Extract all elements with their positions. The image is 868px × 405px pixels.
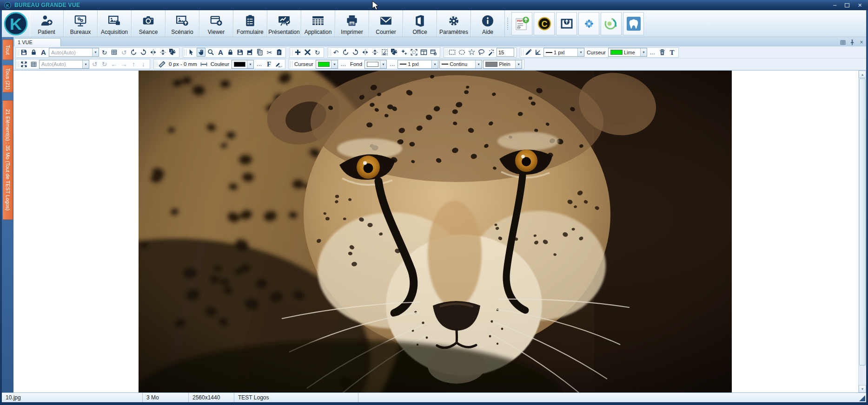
delete-annotation-button[interactable] <box>658 48 667 57</box>
zoom-mode-select-2[interactable]: Auto(Auto)▾ <box>39 60 89 69</box>
rect-select-button[interactable] <box>448 48 457 57</box>
image-palette-button[interactable] <box>390 48 399 57</box>
line-width-select-arrow-icon[interactable]: ▾ <box>431 60 438 68</box>
cursor-color-select-arrow-icon[interactable]: ▾ <box>640 48 647 56</box>
delete-button[interactable] <box>303 48 312 57</box>
zoom-mode-select-2-arrow-icon[interactable]: ▾ <box>82 60 89 68</box>
line-style-select-arrow-icon[interactable]: ▾ <box>475 60 482 68</box>
dental-plugin[interactable] <box>623 12 644 35</box>
angle-tool-button[interactable] <box>534 48 543 57</box>
rotate-ccw-button[interactable]: ↺ <box>119 48 128 57</box>
line-width-select[interactable]: 1 pxl▾ <box>398 60 438 69</box>
stroke-width-select-arrow-icon[interactable]: ▾ <box>577 48 584 56</box>
sidebar-tab-elements[interactable]: 21 Elément(s) : 35 Mo (Tout de TEST Logo… <box>3 100 13 220</box>
maximize-button[interactable] <box>845 3 849 7</box>
zoom-mode-select[interactable]: Auto(Auto)▾ <box>49 48 99 57</box>
fill-color-more-button[interactable]: … <box>388 60 397 69</box>
reload-button[interactable]: ↻ <box>313 48 322 57</box>
save-image-button[interactable] <box>236 48 245 57</box>
ribbon-button-parametres[interactable]: Paramètres <box>437 10 471 37</box>
lasso-select-button[interactable] <box>477 48 486 57</box>
split-window-button[interactable] <box>419 48 428 57</box>
sidebar-tab-tout[interactable]: Tout <box>3 39 13 60</box>
palette-button[interactable] <box>168 48 177 57</box>
font-button[interactable]: F <box>265 60 273 69</box>
refresh-button[interactable]: ↻ <box>100 48 109 57</box>
close-view-button[interactable]: × <box>858 39 865 46</box>
fullscreen-button[interactable] <box>20 60 28 69</box>
minimize-button[interactable]: – <box>833 2 836 8</box>
ellipse-select-button[interactable] <box>457 48 466 57</box>
export-box-plugin[interactable] <box>556 12 577 35</box>
resize-grip[interactable] <box>859 395 865 401</box>
draw-color-select-arrow-icon[interactable]: ▾ <box>247 60 253 68</box>
cursor-color-select-2[interactable]: ▾ <box>316 60 338 69</box>
rotate-cw-button-2[interactable]: ↻ <box>100 60 109 69</box>
ribbon-button-courrier[interactable]: Courrier <box>369 10 403 37</box>
fit-button[interactable] <box>410 48 418 57</box>
crop-button[interactable] <box>380 48 389 57</box>
scroll-up-button[interactable]: ▴ <box>859 71 866 78</box>
c-brand-plugin[interactable]: C <box>534 12 555 35</box>
fill-style-select-arrow-icon[interactable]: ▾ <box>515 60 522 68</box>
ribbon-button-application[interactable]: Application <box>301 10 335 37</box>
lock-image-button[interactable] <box>226 48 235 57</box>
ribbon-button-presentation[interactable]: Présentation <box>267 10 301 37</box>
zoom-tool-button[interactable] <box>206 48 215 57</box>
cc-plugin[interactable] <box>601 12 622 35</box>
fill-color-select[interactable]: ▾ <box>364 60 387 69</box>
scrollbar-thumb[interactable] <box>859 78 866 366</box>
pdf-export-plugin[interactable]: PDF <box>511 12 532 35</box>
select-tool-button[interactable] <box>187 48 196 57</box>
ribbon-button-scenario[interactable]: Scénario <box>166 10 199 37</box>
cut-button[interactable]: ✂ <box>265 48 274 57</box>
move-right-button[interactable]: → <box>119 60 128 69</box>
effects-button[interactable] <box>400 48 409 57</box>
grid-layout-button[interactable] <box>29 60 38 69</box>
more-colors-button[interactable]: … <box>648 48 657 57</box>
rotate-left-90-button[interactable] <box>129 48 138 57</box>
cursor-color-more-button[interactable]: … <box>339 60 348 69</box>
pencil-tool-button[interactable] <box>524 48 533 57</box>
rotate-ccw-button-2[interactable]: ↺ <box>90 60 99 69</box>
cursor-color-select[interactable]: Lime▾ <box>608 48 647 57</box>
move-down-button[interactable]: ↓ <box>139 60 148 69</box>
undo-button[interactable]: ↶ <box>331 48 340 57</box>
lock-view-button[interactable] <box>29 48 38 57</box>
draw-color-more-button[interactable]: … <box>255 60 264 69</box>
image-flip-vertical-button[interactable] <box>371 48 379 57</box>
calibrate-button[interactable] <box>199 60 208 69</box>
ruler-tool-button[interactable] <box>158 60 166 69</box>
close-button[interactable]: × <box>858 2 862 8</box>
paste-button[interactable] <box>275 48 284 57</box>
vertical-scrollbar[interactable]: ▴ ▾ <box>858 71 866 392</box>
layout-grid-button[interactable] <box>840 39 846 46</box>
flip-vertical-button[interactable] <box>159 48 167 57</box>
polygon-select-button[interactable] <box>467 48 476 57</box>
move-up-button[interactable]: ↑ <box>129 60 138 69</box>
move-left-button[interactable]: ← <box>110 60 119 69</box>
pan-tool-button[interactable] <box>197 48 205 57</box>
fill-style-select[interactable]: Plein▾ <box>483 60 522 69</box>
image-canvas[interactable]: ▴ ▾ <box>13 70 866 392</box>
flower-plugin[interactable] <box>578 12 599 35</box>
tolerance-input[interactable] <box>497 48 514 57</box>
zoom-mode-select-arrow-icon[interactable]: ▾ <box>92 48 99 56</box>
copy-button[interactable] <box>255 48 264 57</box>
annotation-a-button[interactable]: A <box>39 48 48 57</box>
ribbon-button-imprimer[interactable]: Imprimer <box>335 10 369 37</box>
ribbon-button-patient[interactable]: Patient <box>30 10 64 37</box>
view-tab[interactable]: 1 VUE <box>14 38 61 46</box>
cursor-color-select-2-arrow-icon[interactable]: ▾ <box>331 60 338 68</box>
line-style-select[interactable]: Continu▾ <box>439 60 482 69</box>
save-as-button[interactable] <box>245 48 254 57</box>
sidebar-tab-tous-21[interactable]: Tous (21) <box>3 65 13 92</box>
add-button[interactable] <box>293 48 302 57</box>
fill-color-select-arrow-icon[interactable]: ▾ <box>380 60 386 68</box>
ribbon-button-office[interactable]: Office <box>403 10 437 37</box>
rotate-right-90-button[interactable] <box>139 48 148 57</box>
ribbon-button-seance[interactable]: Séance <box>132 10 166 37</box>
ribbon-button-acquisition[interactable]: Acquisition <box>98 10 132 37</box>
image-rotate-right-button[interactable] <box>351 48 360 57</box>
auto-draw-button[interactable]: AUTO <box>274 60 283 69</box>
